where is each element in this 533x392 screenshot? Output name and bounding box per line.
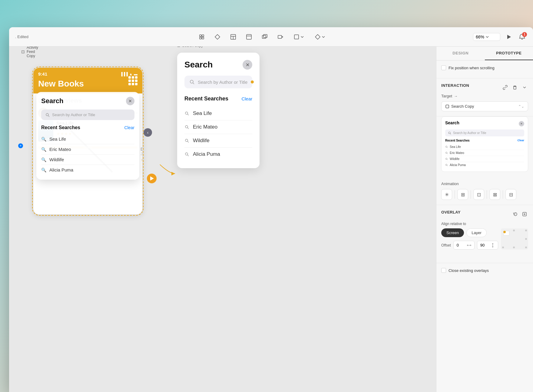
add-button[interactable]: + [18, 143, 23, 148]
overlay-close-btn[interactable]: ✕ [126, 97, 134, 105]
align-buttons-container: Screen Layer Offset 0 [441, 228, 498, 253]
preview-recent-title: Recent Searches [445, 139, 470, 142]
overlay-search-item-3[interactable]: 🔍 Wildlife [41, 155, 134, 165]
app-window: . Edited [9, 27, 533, 392]
interaction-link-icon[interactable] [502, 84, 509, 91]
activity-title: New Books [38, 79, 84, 89]
search-overlay-on-feed: Search ✕ Search by Author or Title Recen… [36, 92, 139, 180]
notification-button[interactable]: 1 [517, 32, 527, 42]
interaction-section: INTERACTION [436, 78, 533, 116]
svg-point-38 [446, 164, 447, 166]
fix-position-checkbox[interactable] [441, 65, 446, 70]
frame-label-icon: ⊡ [21, 49, 25, 54]
preview-item-2: Eric Mateo [445, 150, 524, 156]
target-select-name: Search Copy [451, 104, 516, 109]
search-copy-label-text: Search Copy [182, 47, 203, 48]
interaction-expand-icon[interactable] [521, 84, 528, 91]
group-tool-icon[interactable] [260, 32, 270, 42]
search-copy-item-4[interactable]: Alicia Puma [184, 148, 252, 161]
animation-section: Animation ✳ ⊞ ⊡ ⊠ ⊟ [436, 177, 533, 205]
search-copy-item-2[interactable]: Eric Mateo [184, 120, 252, 134]
clear-large-btn[interactable]: Clear [241, 96, 252, 101]
search-copy-container: ⊡ Search Copy Search ✕ Search by Author … [177, 53, 260, 168]
overlay-search-input[interactable]: Search by Author or Title [41, 109, 134, 120]
zoom-select[interactable]: 66% [473, 33, 500, 41]
svg-point-18 [190, 80, 193, 83]
overlay-reset-icon[interactable] [512, 211, 519, 218]
layout-tool-icon[interactable] [228, 32, 238, 42]
preview-clear-btn[interactable]: Clear [517, 139, 524, 142]
overlay-add-icon[interactable] [521, 211, 528, 218]
position-grid[interactable] [501, 228, 528, 250]
search-copy-item-1[interactable]: Sea Life [184, 107, 252, 120]
target-row: Target → [441, 94, 528, 98]
toolbar-right: 66% 1 [473, 32, 527, 42]
tab-prototype[interactable]: PROTOTYPE [485, 47, 533, 60]
section-tool-icon[interactable] [244, 32, 254, 42]
selection-tool-icon[interactable] [276, 32, 285, 42]
svg-line-25 [187, 141, 189, 142]
nav-arrow-left[interactable]: ‹ [144, 128, 152, 137]
frame-tool-icon[interactable] [197, 32, 207, 42]
overlay-search-title: Search [41, 97, 63, 105]
wifi-icon: ▲ [129, 72, 133, 76]
svg-line-31 [450, 133, 451, 134]
preview-close-btn[interactable]: ✕ [519, 121, 524, 126]
play-circle[interactable] [147, 174, 157, 183]
anim-dissolve-btn[interactable]: ✳ [441, 189, 452, 200]
overlay-search-item-4[interactable]: 🔍 Alicia Puma [41, 165, 134, 175]
interaction-icons [502, 84, 528, 91]
overlay-header: Search ✕ [41, 97, 134, 105]
svg-line-21 [187, 114, 189, 115]
zoom-value: 66% [476, 34, 484, 39]
search-copy-input[interactable]: Search by Author or Title [184, 76, 252, 88]
preview-item-3: Wildlife [445, 156, 524, 162]
svg-rect-2 [200, 37, 201, 39]
anim-push-btn[interactable]: ⊠ [489, 189, 500, 200]
target-select[interactable]: Search Copy ⌃⌄ [441, 101, 528, 111]
activity-label: ⊡ Activity Feed Copy [21, 47, 38, 58]
search-copy-item-3[interactable]: Wildlife [184, 134, 252, 148]
svg-point-22 [185, 126, 188, 128]
component-tool-icon[interactable] [213, 32, 222, 42]
overlay-item-1-text: Sea Life [49, 136, 66, 142]
toolbar-center [56, 32, 468, 42]
animation-title: Animation [441, 181, 528, 186]
search-item-icon-3: 🔍 [41, 157, 46, 162]
frame-dropdown[interactable] [291, 32, 306, 42]
svg-rect-10 [262, 35, 266, 38]
pos-dot-bl [502, 247, 504, 248]
offset-x-value: 0 [457, 243, 459, 247]
notification-badge: 1 [522, 32, 527, 37]
interaction-delete-icon[interactable] [511, 84, 518, 91]
anim-smart-animate-btn[interactable]: ⊟ [505, 189, 516, 200]
close-overlay-checkbox[interactable] [441, 268, 446, 273]
overlay-section: OVERLAY [436, 205, 533, 263]
align-layer-btn[interactable]: Layer [466, 228, 487, 237]
search-frame-close-btn[interactable]: ✕ [243, 60, 252, 70]
svg-rect-29 [446, 105, 449, 108]
preview-item-2-text: Eric Mateo [450, 151, 464, 155]
offset-y-input[interactable]: 90 [477, 241, 498, 250]
search-copy-item-3-text: Wildlife [193, 138, 210, 144]
search-copy-frame: Search ✕ Search by Author or Title Recen… [177, 53, 260, 168]
anim-move-in-btn[interactable]: ⊞ [457, 189, 468, 200]
overlay-clear-btn[interactable]: Clear [124, 125, 134, 130]
align-screen-btn[interactable]: Screen [441, 228, 464, 237]
offset-x-input[interactable]: 0 [453, 241, 475, 250]
search-copy-label: ⊡ Search Copy [177, 47, 203, 48]
tab-design[interactable]: DESIGN [436, 47, 485, 60]
preview-item-4: Alicia Puma [445, 162, 524, 168]
svg-point-34 [446, 152, 447, 154]
anim-sep-2 [471, 190, 471, 199]
overlay-search-item-1[interactable]: 🔍 Sea Life [41, 134, 134, 144]
play-button[interactable] [504, 32, 514, 42]
component-dropdown[interactable] [313, 32, 328, 42]
anim-slide-in-btn[interactable]: ⊡ [473, 189, 484, 200]
close-overlay-row: Close existing overlays [436, 263, 533, 278]
overlay-search-item-2[interactable]: 🔍 Eric Mateo [41, 144, 134, 155]
search-item-icon-2: 🔍 [41, 147, 46, 152]
select-arrows-icon: ⌃⌄ [518, 104, 524, 109]
anim-sep-3 [487, 190, 487, 199]
search-copy-item-2-text: Eric Mateo [193, 124, 217, 130]
